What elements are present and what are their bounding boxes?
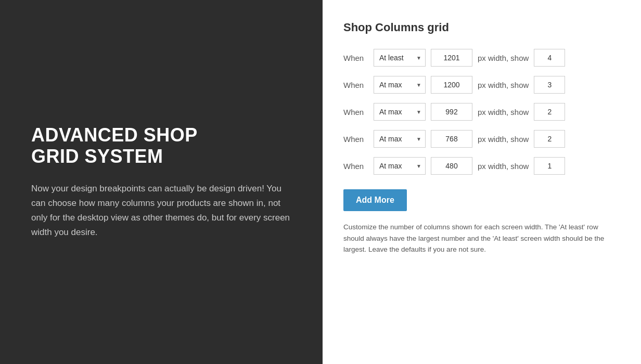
- grid-row-4: When At max At least ▼ px width, show: [343, 130, 620, 148]
- columns-input-1[interactable]: [534, 49, 565, 67]
- section-title: Shop Columns grid: [343, 21, 620, 34]
- px-input-2[interactable]: [431, 76, 472, 94]
- px-label-2: px width, show: [478, 81, 529, 89]
- columns-input-4[interactable]: [534, 130, 565, 148]
- right-panel: Shop Columns grid When At least At max ▼…: [323, 0, 641, 364]
- condition-select-wrapper-5[interactable]: At max At least ▼: [374, 157, 426, 175]
- condition-select-2[interactable]: At max At least: [374, 76, 426, 94]
- help-text: Customize the number of columns shown fo…: [343, 222, 620, 255]
- px-input-4[interactable]: [431, 130, 472, 148]
- px-input-1[interactable]: [431, 49, 472, 67]
- px-label-1: px width, show: [478, 54, 529, 62]
- left-panel: ADVANCED SHOP GRID SYSTEM Now your desig…: [0, 0, 323, 364]
- when-label-4: When: [343, 135, 368, 144]
- condition-select-wrapper-3[interactable]: At max At least ▼: [374, 103, 426, 121]
- grid-row-1: When At least At max ▼ px width, show: [343, 49, 620, 67]
- grid-row-5: When At max At least ▼ px width, show: [343, 157, 620, 175]
- main-title: ADVANCED SHOP GRID SYSTEM: [31, 124, 291, 167]
- add-more-button[interactable]: Add More: [343, 189, 407, 211]
- when-label-2: When: [343, 81, 368, 89]
- condition-select-1[interactable]: At least At max: [374, 49, 426, 67]
- condition-select-4[interactable]: At max At least: [374, 130, 426, 148]
- condition-select-wrapper-1[interactable]: At least At max ▼: [374, 49, 426, 67]
- when-label-1: When: [343, 54, 368, 62]
- columns-input-3[interactable]: [534, 103, 565, 121]
- px-label-5: px width, show: [478, 162, 529, 171]
- columns-input-2[interactable]: [534, 76, 565, 94]
- when-label-5: When: [343, 162, 368, 171]
- columns-input-5[interactable]: [534, 157, 565, 175]
- condition-select-wrapper-2[interactable]: At max At least ▼: [374, 76, 426, 94]
- condition-select-wrapper-4[interactable]: At max At least ▼: [374, 130, 426, 148]
- px-input-5[interactable]: [431, 157, 472, 175]
- grid-row-2: When At max At least ▼ px width, show: [343, 76, 620, 94]
- when-label-3: When: [343, 108, 368, 116]
- px-label-3: px width, show: [478, 108, 529, 116]
- description-text: Now your design breakpoints can actually…: [31, 181, 291, 240]
- grid-row-3: When At max At least ▼ px width, show: [343, 103, 620, 121]
- condition-select-5[interactable]: At max At least: [374, 157, 426, 175]
- condition-select-3[interactable]: At max At least: [374, 103, 426, 121]
- px-input-3[interactable]: [431, 103, 472, 121]
- px-label-4: px width, show: [478, 135, 529, 144]
